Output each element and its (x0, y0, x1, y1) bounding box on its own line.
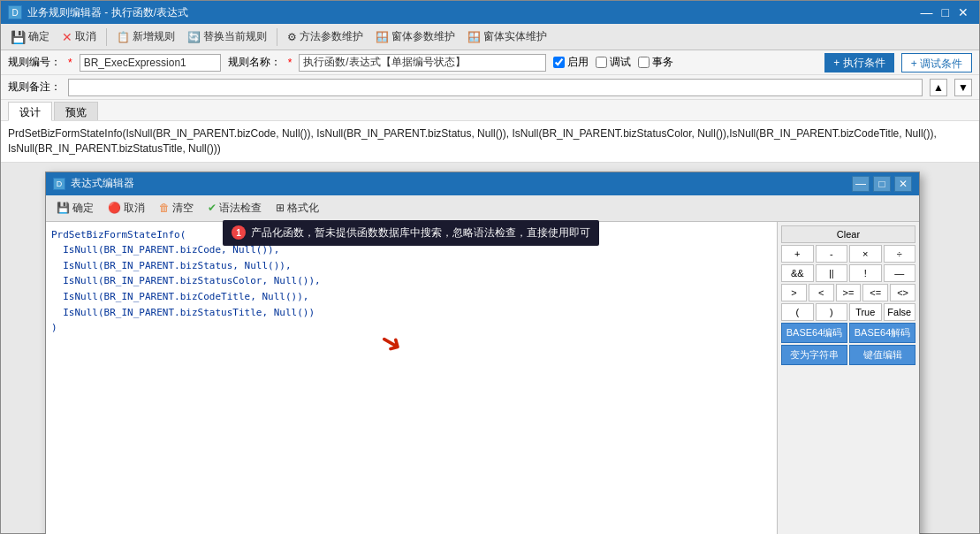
trans-checkbox-label[interactable]: 事务 (638, 55, 673, 70)
remark-label: 规则备注： (8, 80, 61, 95)
modal-syntax-check-button[interactable]: ✔ 语法检查 (202, 199, 267, 217)
modal-clear-icon: 🗑 (159, 202, 170, 214)
kp-and[interactable]: && (781, 264, 814, 282)
remark-input[interactable] (68, 79, 923, 96)
modal-toolbar: 💾 确定 🔴 取消 🗑 清空 ✔ 语法检查 ⊞ 格式化 (46, 195, 919, 222)
modal-title-bar: D 表达式编辑器 — □ ✕ (46, 172, 919, 195)
rule-code-input[interactable] (80, 54, 221, 72)
debug-checkbox[interactable] (596, 57, 607, 68)
debug-checkbox-label[interactable]: 调试 (596, 55, 631, 70)
main-toolbar: 💾 确定 ✕ 取消 📋 新增规则 🔄 替换当前规则 ⚙ 方法参数维护 🪟 窗体参… (1, 24, 979, 50)
kp-open-paren[interactable]: ( (781, 303, 814, 321)
kp-base64-decode[interactable]: BASE64解码 (849, 323, 915, 343)
window-entity-button[interactable]: 🪟 窗体实体维护 (463, 27, 551, 46)
code-display-area: PrdSetBizFormStateInfo(IsNull(BR_IN_PARE… (1, 121, 979, 163)
kp-true[interactable]: True (849, 303, 882, 321)
tooltip-bubble: 1 产品化函数，暂未提供函数数据库中搜索，忽略语法检查，直接使用即可 (223, 220, 599, 246)
kp-neq[interactable]: <> (890, 284, 915, 301)
modal-minimize-button[interactable]: — (852, 176, 870, 192)
window-entity-icon: 🪟 (467, 31, 481, 43)
separator2 (277, 28, 277, 46)
kp-minus[interactable]: - (816, 245, 848, 263)
confirm-button[interactable]: 💾 确定 (6, 27, 54, 46)
kp-gt[interactable]: > (781, 284, 807, 301)
confirm-icon: 💾 (11, 30, 26, 44)
modal-close-button[interactable]: ✕ (894, 176, 912, 192)
method-param-icon: ⚙ (287, 31, 297, 43)
window-param-button[interactable]: 🪟 窗体参数维护 (371, 27, 460, 46)
code-text: PrdSetBizFormStateInfo(IsNull(BR_IN_PARE… (8, 127, 937, 155)
title-bar: D 业务规则编辑器 - 执行函数/表达式 — □ ✕ (1, 1, 979, 24)
replace-icon: 🔄 (187, 31, 201, 43)
modal-body: PrdSetBizFormStateInfo( IsNull(BR_IN_PAR… (46, 222, 919, 534)
modal-maximize-button[interactable]: □ (873, 176, 891, 192)
modal-title-text: 表达式编辑器 (71, 176, 134, 191)
modal-cancel-button[interactable]: 🔴 取消 (103, 199, 150, 217)
rule-code-label: 规则编号： (8, 55, 61, 70)
new-rule-icon: 📋 (117, 31, 130, 43)
modal-syntax-icon: ✔ (208, 202, 217, 214)
remark-arrow-down[interactable]: ▼ (954, 79, 972, 96)
trans-checkbox[interactable] (638, 57, 650, 68)
kp-key-value-edit[interactable]: 键值编辑 (849, 345, 915, 365)
app-icon: D (8, 5, 22, 19)
enable-checkbox[interactable] (553, 57, 565, 68)
keypad-row-6: 变为字符串 键值编辑 (781, 345, 915, 365)
keypad-row-2: && || ! — (781, 264, 915, 282)
kp-lte[interactable]: <= (862, 284, 888, 301)
modal-format-icon: ⊞ (276, 202, 285, 214)
cancel-button[interactable]: ✕ 取消 (57, 27, 101, 46)
method-param-button[interactable]: ⚙ 方法参数维护 (283, 27, 368, 46)
replace-rule-button[interactable]: 🔄 替换当前规则 (183, 27, 271, 46)
editor-pane: PrdSetBizFormStateInfo( IsNull(BR_IN_PAR… (46, 222, 778, 534)
kp-gte[interactable]: >= (836, 284, 862, 301)
separator (106, 28, 107, 46)
kp-base64-encode[interactable]: BASE64编码 (781, 323, 847, 343)
enable-checkbox-label[interactable]: 启用 (553, 55, 589, 70)
kp-lt[interactable]: < (809, 284, 834, 301)
kp-multiply[interactable]: × (849, 245, 882, 263)
tooltip-text: 产品化函数，暂未提供函数数据库中搜索，忽略语法检查，直接使用即可 (251, 225, 590, 240)
minimize-button[interactable]: — (917, 5, 937, 19)
modal-controls: — □ ✕ (852, 176, 912, 192)
cancel-icon: ✕ (62, 30, 72, 44)
kp-dash[interactable]: — (884, 264, 916, 282)
rule-name-required: * (288, 57, 292, 69)
clear-button[interactable]: Clear (781, 225, 915, 243)
modal-icon: D (53, 178, 65, 190)
modal-cancel-icon: 🔴 (108, 202, 121, 214)
modal-confirm-icon: 💾 (57, 202, 70, 214)
close-button[interactable]: ✕ (954, 5, 972, 19)
kp-plus[interactable]: + (781, 245, 814, 263)
tab-preview[interactable]: 预览 (54, 102, 98, 120)
exec-condition-button[interactable]: + 执行条件 (824, 53, 893, 72)
kp-false[interactable]: False (884, 303, 916, 321)
remark-row: 规则备注： ▲ ▼ (1, 75, 979, 100)
kp-divide[interactable]: ÷ (884, 245, 916, 263)
kp-not[interactable]: ! (849, 264, 882, 282)
tabs-row: 设计 预览 (1, 100, 979, 121)
kp-close-paren[interactable]: ) (816, 303, 848, 321)
kp-or[interactable]: || (816, 264, 848, 282)
expression-editor[interactable]: PrdSetBizFormStateInfo( IsNull(BR_IN_PAR… (46, 222, 777, 534)
expression-editor-modal: D 表达式编辑器 — □ ✕ 💾 确定 🔴 取消 (45, 172, 920, 534)
rule-name-input[interactable] (299, 54, 546, 72)
modal-format-button[interactable]: ⊞ 格式化 (270, 199, 324, 217)
new-rule-button[interactable]: 📋 新增规则 (112, 27, 179, 46)
kp-to-string[interactable]: 变为字符串 (781, 345, 847, 365)
tab-design[interactable]: 设计 (8, 102, 52, 121)
modal-clear-button[interactable]: 🗑 清空 (154, 199, 199, 217)
window-title: 业务规则编辑器 - 执行函数/表达式 (27, 5, 188, 20)
rule-name-label: 规则名称： (228, 55, 281, 70)
tooltip-badge: 1 (232, 225, 246, 240)
rule-code-required: * (68, 57, 72, 69)
keypad-row-5: BASE64编码 BASE64解码 (781, 323, 915, 343)
modal-confirm-button[interactable]: 💾 确定 (51, 199, 99, 217)
remark-arrow-up[interactable]: ▲ (930, 79, 947, 96)
keypad-row-4: ( ) True False (781, 303, 915, 321)
keypad-pane: Clear + - × ÷ && || ! — > (778, 222, 919, 534)
maximize-button[interactable]: □ (938, 5, 953, 19)
window-param-icon: 🪟 (376, 31, 389, 43)
debug-condition-button[interactable]: + 调试条件 (901, 53, 972, 72)
main-content: D 表达式编辑器 — □ ✕ 💾 确定 🔴 取消 (1, 163, 979, 533)
